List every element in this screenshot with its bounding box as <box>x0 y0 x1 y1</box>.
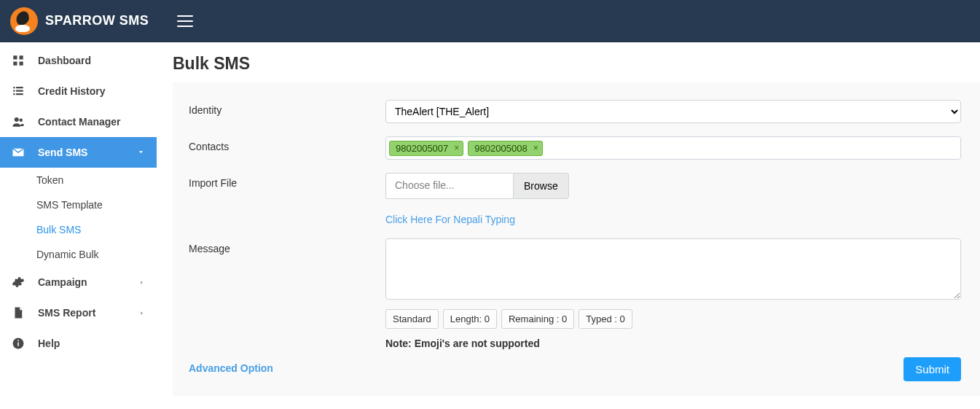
sidebar-subitem-token[interactable]: Token <box>36 168 157 192</box>
svg-rect-3 <box>20 62 23 66</box>
file-input[interactable]: Choose file... <box>385 173 513 199</box>
sidebar-item-help[interactable]: Help <box>0 328 157 359</box>
contacts-label: Contacts <box>189 136 385 160</box>
chevron-right-icon <box>138 276 145 288</box>
info-icon <box>12 337 25 350</box>
chip-mode: Standard <box>385 309 439 329</box>
chevron-right-icon <box>138 307 145 319</box>
sidebar-item-label: Send SMS <box>38 147 87 158</box>
svg-rect-8 <box>13 93 15 95</box>
sidebar-item-contact-manager[interactable]: Contact Manager <box>0 106 157 137</box>
svg-rect-2 <box>13 62 17 66</box>
svg-point-11 <box>20 119 23 122</box>
svg-rect-4 <box>13 87 15 88</box>
dashboard-icon <box>12 54 25 67</box>
nepali-typing-link[interactable]: Click Here For Nepali Typing <box>385 214 515 225</box>
brand[interactable]: SPARROW SMS <box>0 7 157 35</box>
svg-rect-14 <box>17 340 19 342</box>
import-file-label: Import File <box>189 173 385 225</box>
file-icon <box>12 306 25 319</box>
contact-token-value: 9802005008 <box>474 143 527 154</box>
page-title: Bulk SMS <box>157 42 980 82</box>
sidebar: Dashboard Credit History Contact Manager… <box>0 42 157 409</box>
brand-text: SPARROW SMS <box>45 13 149 28</box>
list-icon <box>12 85 25 98</box>
sidebar-item-label: Contact Manager <box>38 116 121 128</box>
submit-button[interactable]: Submit <box>903 357 961 381</box>
contact-token-value: 9802005007 <box>396 143 448 154</box>
sidebar-subitem-dynamic-bulk[interactable]: Dynamic Bulk <box>36 242 157 267</box>
svg-rect-13 <box>17 343 19 346</box>
gear-icon <box>12 276 25 289</box>
svg-rect-6 <box>13 90 15 92</box>
emoji-note: Note: Emoji's are not supported <box>385 338 961 349</box>
sidebar-item-dashboard[interactable]: Dashboard <box>0 45 157 76</box>
contact-token: 9802005008 × <box>468 141 542 156</box>
message-label: Message <box>189 238 385 349</box>
chevron-down-icon <box>137 147 145 158</box>
chip-typed: Typed : 0 <box>579 309 632 329</box>
advanced-option-link[interactable]: Advanced Option <box>189 362 961 374</box>
sidebar-item-credit-history[interactable]: Credit History <box>0 76 157 106</box>
svg-rect-1 <box>20 55 23 59</box>
svg-rect-0 <box>13 55 17 59</box>
chip-remaining: Remaining : 0 <box>501 309 574 329</box>
sidebar-subitem-sms-template[interactable]: SMS Template <box>36 192 157 217</box>
users-icon <box>12 115 25 128</box>
sidebar-submenu-send-sms: Token SMS Template Bulk SMS Dynamic Bulk <box>0 168 157 267</box>
close-icon[interactable]: × <box>454 143 459 153</box>
svg-rect-9 <box>16 93 23 95</box>
close-icon[interactable]: × <box>533 143 538 153</box>
form-panel: Identity TheAlert [THE_Alert] Contacts 9… <box>173 82 980 396</box>
sidebar-item-sms-report[interactable]: SMS Report <box>0 297 157 328</box>
hamburger-icon[interactable] <box>177 15 193 27</box>
envelope-icon <box>12 146 25 159</box>
brand-logo-icon <box>10 7 38 35</box>
topbar: SPARROW SMS <box>0 0 980 42</box>
contact-token: 9802005007 × <box>389 141 463 156</box>
sidebar-subitem-bulk-sms[interactable]: Bulk SMS <box>36 217 157 242</box>
browse-button[interactable]: Browse <box>513 173 569 199</box>
sidebar-item-label: Credit History <box>38 85 106 97</box>
sidebar-item-label: Help <box>38 338 60 349</box>
sidebar-item-send-sms[interactable]: Send SMS <box>0 137 157 168</box>
identity-select[interactable]: TheAlert [THE_Alert] <box>385 100 961 123</box>
contacts-input[interactable]: 9802005007 × 9802005008 × <box>385 136 961 160</box>
identity-label: Identity <box>189 100 385 123</box>
message-textarea[interactable] <box>385 238 961 300</box>
svg-rect-5 <box>16 87 23 88</box>
sidebar-item-label: SMS Report <box>38 307 95 319</box>
sidebar-item-campaign[interactable]: Campaign <box>0 267 157 297</box>
sidebar-item-label: Campaign <box>38 276 87 288</box>
svg-point-10 <box>15 117 19 122</box>
svg-rect-7 <box>16 90 23 92</box>
sidebar-item-label: Dashboard <box>38 55 91 66</box>
message-chips: Standard Length: 0 Remaining : 0 Typed :… <box>385 309 961 329</box>
chip-length: Length: 0 <box>443 309 497 329</box>
main: Bulk SMS Identity TheAlert [THE_Alert] C… <box>157 42 980 409</box>
